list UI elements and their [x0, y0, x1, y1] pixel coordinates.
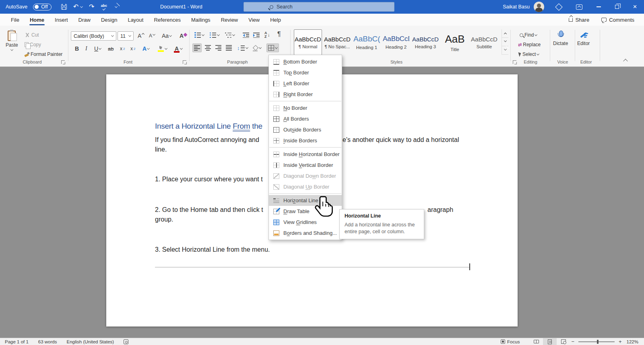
zoom-level[interactable]: 122%	[623, 339, 641, 344]
restore-button[interactable]	[608, 0, 626, 14]
tab-references[interactable]: References	[149, 14, 186, 25]
style-heading-1[interactable]: AaBbC(Heading 1	[353, 29, 381, 55]
zoom-out-button[interactable]: −	[570, 339, 575, 345]
menu-item-no-border[interactable]: No Border	[269, 103, 342, 113]
minimize-button[interactable]	[590, 0, 608, 14]
style-normal[interactable]: AaBbCcDd¶ Normal	[294, 29, 322, 55]
tab-insert[interactable]: Insert	[50, 14, 73, 25]
bold-button[interactable]: B	[73, 44, 80, 53]
multilevel-list-button[interactable]	[224, 31, 236, 39]
tab-help[interactable]: Help	[265, 14, 286, 25]
styles-scroll-down-icon[interactable]	[502, 38, 508, 46]
comments-button[interactable]: Comments	[597, 15, 638, 25]
bullets-chevron-icon[interactable]	[202, 33, 204, 36]
highlight-chevron-icon[interactable]	[165, 47, 167, 49]
subscript-button[interactable]: x2	[118, 44, 126, 53]
align-center-button[interactable]	[204, 43, 212, 52]
change-case-button[interactable]: Aa	[160, 31, 173, 40]
styles-scroll-up-icon[interactable]	[502, 29, 508, 38]
sort-button[interactable]: AZ↓	[263, 31, 271, 39]
tab-review[interactable]: Review	[216, 14, 244, 25]
redo-icon[interactable]: ↷	[89, 4, 94, 10]
web-layout-button[interactable]	[557, 338, 570, 345]
shading-chevron-icon[interactable]	[259, 46, 262, 49]
menu-item-left-border[interactable]: Left Border	[269, 78, 342, 89]
superscript-button[interactable]: x2	[129, 44, 137, 53]
menu-item-right-border[interactable]: Right Border	[269, 89, 342, 100]
zoom-slider[interactable]	[578, 341, 615, 342]
share-button[interactable]: Share	[565, 15, 593, 25]
read-mode-button[interactable]	[529, 338, 543, 345]
language-indicator[interactable]: English (United States)	[62, 339, 119, 344]
style-title[interactable]: AaBTitle	[441, 29, 469, 55]
dictate-button[interactable]: Dictate	[553, 31, 568, 46]
italic-button[interactable]: I	[84, 44, 89, 53]
cut-button[interactable]: Cut	[23, 31, 40, 39]
tab-layout[interactable]: Layout	[122, 14, 149, 25]
zoom-in-button[interactable]: +	[618, 339, 623, 345]
borders-button[interactable]	[266, 43, 279, 52]
menu-item-outside-borders[interactable]: Outside Borders	[269, 124, 342, 135]
justify-button[interactable]	[225, 43, 233, 52]
select-button[interactable]: Select	[518, 50, 540, 59]
find-button[interactable]: Find	[518, 31, 538, 39]
undo-chevron-icon[interactable]	[80, 5, 83, 8]
style-heading-3[interactable]: AaBbCcDHeading 3	[411, 29, 440, 55]
tab-design[interactable]: Design	[96, 14, 122, 25]
save-icon[interactable]	[61, 4, 67, 10]
line-spacing-button[interactable]: ↕	[236, 43, 249, 52]
gem-icon[interactable]	[555, 3, 562, 10]
autosave-toggle[interactable]: Off	[33, 4, 51, 10]
numbering-button[interactable]	[208, 31, 221, 39]
page-indicator[interactable]: Page 1 of 1	[0, 339, 33, 344]
format-painter-button[interactable]: Format Painter	[23, 50, 64, 59]
search-input[interactable]	[277, 4, 373, 10]
collapse-ribbon-icon[interactable]	[623, 59, 627, 63]
tab-mailings[interactable]: Mailings	[186, 14, 216, 25]
font-size-combo[interactable]: 11	[118, 31, 134, 41]
copy-button[interactable]: Copy	[23, 40, 42, 49]
paste-button[interactable]: Paste	[6, 31, 18, 51]
shading-button[interactable]	[251, 43, 262, 52]
focus-button[interactable]: Focus	[501, 339, 520, 344]
strikethrough-button[interactable]: ab	[106, 44, 115, 53]
find-chevron-icon[interactable]	[535, 33, 537, 36]
style-heading-2[interactable]: AaBbCcDHeading 2	[382, 29, 410, 55]
styles-dialog-launcher[interactable]	[513, 60, 516, 64]
editor-button[interactable]: Editor	[577, 31, 590, 46]
menu-item-inside-horizontal-border[interactable]: Inside Horizontal Border	[269, 149, 342, 160]
menu-item-all-borders[interactable]: All Borders	[269, 113, 342, 124]
style-no-spac[interactable]: AaBbCcDd¶ No Spac...	[323, 29, 351, 55]
show-paragraph-marks-button[interactable]: ¶	[276, 30, 282, 39]
style-subtitle[interactable]: AaBbCcDSubtitle	[470, 29, 498, 55]
menu-item-inside-borders[interactable]: Inside Borders	[269, 135, 342, 146]
text-effects-button[interactable]: A	[141, 44, 151, 53]
font-color-chevron-icon[interactable]	[180, 47, 183, 49]
word-count[interactable]: 63 words	[33, 339, 62, 344]
close-button[interactable]: ×	[626, 0, 644, 14]
numbering-chevron-icon[interactable]	[217, 33, 220, 36]
multilevel-chevron-icon[interactable]	[232, 33, 235, 36]
quick-access-more-icon[interactable]	[115, 5, 118, 8]
decrease-indent-button[interactable]	[242, 31, 250, 39]
select-chevron-icon[interactable]	[537, 52, 539, 55]
undo-button[interactable]: ↶	[73, 4, 83, 10]
avatar[interactable]	[534, 2, 544, 12]
bullets-button[interactable]	[193, 31, 205, 39]
ribbon-display-options-icon[interactable]	[576, 4, 582, 10]
tab-file[interactable]: File	[6, 14, 25, 25]
underline-chevron-icon[interactable]	[99, 47, 101, 49]
styles-more-icon[interactable]	[502, 46, 508, 55]
menu-item-top-border[interactable]: Top Border	[269, 67, 342, 78]
font-dialog-launcher[interactable]	[183, 60, 186, 64]
line-spacing-chevron-icon[interactable]	[245, 46, 248, 49]
font-family-combo[interactable]: Calibri (Body)	[71, 31, 116, 41]
menu-item-borders-and-shading[interactable]: Borders and Shading...	[269, 228, 342, 238]
text-highlight-button[interactable]	[156, 44, 169, 53]
underline-button[interactable]: U	[93, 44, 103, 53]
clipboard-dialog-launcher[interactable]	[61, 60, 65, 64]
clear-formatting-button[interactable]: A	[178, 31, 188, 40]
shrink-font-button[interactable]: A	[147, 31, 157, 40]
tab-view[interactable]: View	[243, 14, 265, 25]
tab-home[interactable]: Home	[25, 14, 50, 25]
